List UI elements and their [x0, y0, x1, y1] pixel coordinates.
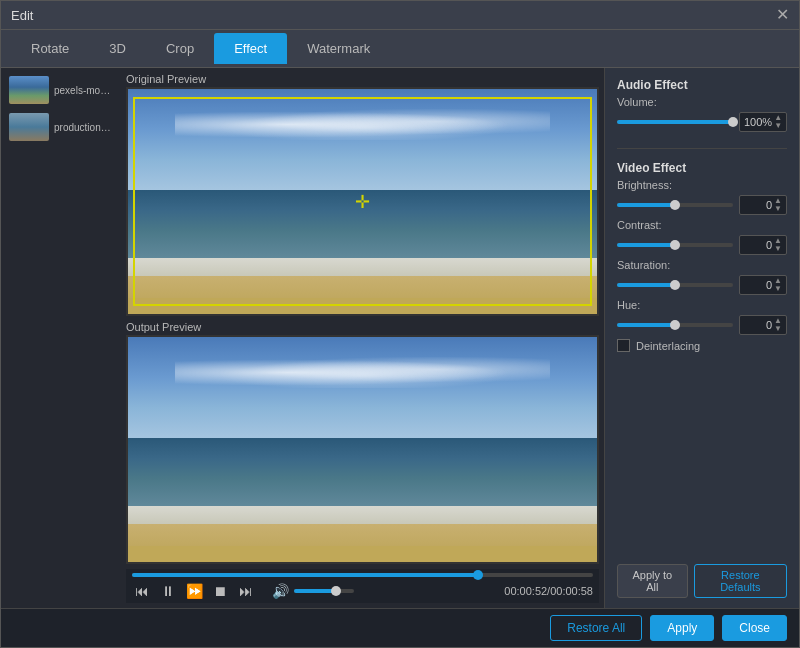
- close-icon[interactable]: ✕: [776, 7, 789, 23]
- volume-spin-value: 100%: [744, 116, 772, 128]
- volume-label: Volume:: [617, 96, 787, 108]
- brightness-fill: [617, 203, 675, 207]
- saturation-label: Saturation:: [617, 259, 787, 271]
- audio-effect-title: Audio Effect: [617, 78, 787, 92]
- skip-back-btn[interactable]: ⏮: [132, 583, 152, 599]
- hue-label: Hue:: [617, 299, 787, 311]
- volume-slider-track[interactable]: [617, 120, 733, 124]
- restore-defaults-button[interactable]: Restore Defaults: [694, 564, 787, 598]
- original-preview-label: Original Preview: [126, 73, 599, 85]
- brightness-label: Brightness:: [617, 179, 787, 191]
- brightness-spinbox[interactable]: 0 ▲ ▼: [739, 195, 787, 215]
- contrast-label: Contrast:: [617, 219, 787, 231]
- volume-slider-fill: [617, 120, 733, 124]
- hue-slider-row: 0 ▲ ▼: [617, 315, 787, 335]
- volume-slider-row: 100% ▲ ▼: [617, 112, 787, 132]
- apply-to-all-button[interactable]: Apply to All: [617, 564, 688, 598]
- thumbnail-1[interactable]: pexels-movie...: [6, 73, 116, 107]
- brightness-slider-track[interactable]: [617, 203, 733, 207]
- playback-bar: ⏮ ⏸ ⏩ ⏹ ⏭ 🔊 00:00:52/00:00:58: [126, 569, 599, 603]
- main-content: pexels-movie... production_id... Origina…: [1, 68, 799, 608]
- hue-slider-track[interactable]: [617, 323, 733, 327]
- output-preview: [126, 335, 599, 564]
- thumb-label-1: pexels-movie...: [54, 85, 113, 96]
- deinterlacing-label: Deinterlacing: [636, 340, 700, 352]
- tab-bar: Rotate 3D Crop Effect Watermark: [1, 30, 799, 68]
- time-display: 00:00:52/00:00:58: [504, 585, 593, 597]
- contrast-spinbox[interactable]: 0 ▲ ▼: [739, 235, 787, 255]
- video-effect-title: Video Effect: [617, 161, 787, 175]
- saturation-down[interactable]: ▼: [774, 285, 782, 293]
- brightness-slider-row: 0 ▲ ▼: [617, 195, 787, 215]
- brightness-value: 0: [744, 199, 772, 211]
- original-preview: ✛: [126, 87, 599, 316]
- contrast-thumb[interactable]: [670, 240, 680, 250]
- contrast-slider-track[interactable]: [617, 243, 733, 247]
- progress-fill: [132, 573, 478, 577]
- apply-button[interactable]: Apply: [650, 615, 714, 641]
- tab-effect[interactable]: Effect: [214, 33, 287, 64]
- contrast-control: Contrast: 0 ▲ ▼: [617, 219, 787, 255]
- stop-btn[interactable]: ⏹: [210, 583, 230, 599]
- saturation-control: Saturation: 0 ▲ ▼: [617, 259, 787, 295]
- saturation-arrows[interactable]: ▲ ▼: [774, 277, 782, 293]
- tab-3d[interactable]: 3D: [89, 33, 146, 64]
- thumb-image-1: [9, 76, 49, 104]
- right-panel: Audio Effect Volume: 100% ▲ ▼: [604, 68, 799, 608]
- volume-control: Volume: 100% ▲ ▼: [617, 96, 787, 132]
- volume-spin-arrows[interactable]: ▲ ▼: [774, 114, 782, 130]
- brightness-control: Brightness: 0 ▲ ▼: [617, 179, 787, 215]
- progress-thumb[interactable]: [473, 570, 483, 580]
- window-title: Edit: [11, 8, 33, 23]
- saturation-thumb[interactable]: [670, 280, 680, 290]
- restore-all-button[interactable]: Restore All: [550, 615, 642, 641]
- hue-value: 0: [744, 319, 772, 331]
- progress-track[interactable]: [132, 573, 593, 577]
- saturation-spinbox[interactable]: 0 ▲ ▼: [739, 275, 787, 295]
- title-bar: Edit ✕: [1, 1, 799, 30]
- thumbnail-2[interactable]: production_id...: [6, 110, 116, 144]
- volume-track[interactable]: [294, 589, 354, 593]
- volume-icon[interactable]: 🔊: [270, 583, 290, 599]
- saturation-slider-row: 0 ▲ ▼: [617, 275, 787, 295]
- contrast-slider-row: 0 ▲ ▼: [617, 235, 787, 255]
- audio-effect-section: Audio Effect Volume: 100% ▲ ▼: [617, 78, 787, 136]
- controls-row: ⏮ ⏸ ⏩ ⏹ ⏭ 🔊 00:00:52/00:00:58: [132, 583, 593, 599]
- center-panel: Original Preview ✛: [121, 68, 604, 608]
- saturation-value: 0: [744, 279, 772, 291]
- contrast-value: 0: [744, 239, 772, 251]
- volume-slider-thumb[interactable]: [728, 117, 738, 127]
- video-effect-section: Video Effect Brightness: 0 ▲ ▼: [617, 161, 787, 352]
- saturation-slider-track[interactable]: [617, 283, 733, 287]
- divider-1: [617, 148, 787, 149]
- tab-crop[interactable]: Crop: [146, 33, 214, 64]
- hue-fill: [617, 323, 675, 327]
- hue-thumb[interactable]: [670, 320, 680, 330]
- contrast-down[interactable]: ▼: [774, 245, 782, 253]
- tab-rotate[interactable]: Rotate: [11, 33, 89, 64]
- left-panel: pexels-movie... production_id...: [1, 68, 121, 608]
- edit-window: Edit ✕ Rotate 3D Crop Effect Watermark p…: [0, 0, 800, 648]
- skip-fwd-btn[interactable]: ⏭: [236, 583, 256, 599]
- saturation-fill: [617, 283, 675, 287]
- pause-btn[interactable]: ⏸: [158, 583, 178, 599]
- brightness-down[interactable]: ▼: [774, 205, 782, 213]
- hue-arrows[interactable]: ▲ ▼: [774, 317, 782, 333]
- hue-control: Hue: 0 ▲ ▼: [617, 299, 787, 335]
- apply-restore-row: Apply to All Restore Defaults: [617, 564, 787, 598]
- volume-spinbox[interactable]: 100% ▲ ▼: [739, 112, 787, 132]
- deinterlacing-row: Deinterlacing: [617, 339, 787, 352]
- brightness-arrows[interactable]: ▲ ▼: [774, 197, 782, 213]
- hue-spinbox[interactable]: 0 ▲ ▼: [739, 315, 787, 335]
- volume-thumb[interactable]: [331, 586, 341, 596]
- tab-watermark[interactable]: Watermark: [287, 33, 390, 64]
- play-btn[interactable]: ⏩: [184, 583, 204, 599]
- volume-down-arrow[interactable]: ▼: [774, 122, 782, 130]
- deinterlacing-checkbox[interactable]: [617, 339, 630, 352]
- contrast-arrows[interactable]: ▲ ▼: [774, 237, 782, 253]
- hue-down[interactable]: ▼: [774, 325, 782, 333]
- bottom-bar: Restore All Apply Close: [1, 608, 799, 647]
- close-button[interactable]: Close: [722, 615, 787, 641]
- brightness-thumb[interactable]: [670, 200, 680, 210]
- contrast-fill: [617, 243, 675, 247]
